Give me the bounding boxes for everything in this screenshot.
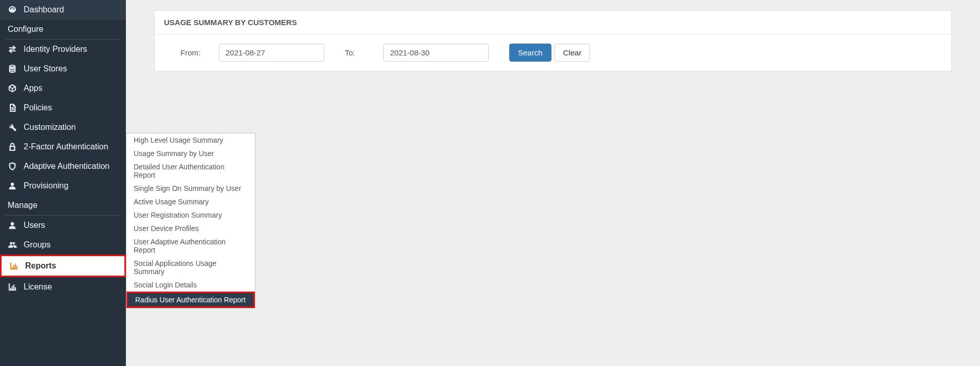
chart-icon	[9, 261, 19, 271]
sidebar-item-adaptive-auth[interactable]: Adaptive Authentication	[0, 157, 126, 176]
sidebar-item-label: Adaptive Authentication	[24, 162, 109, 171]
to-label: To:	[345, 48, 371, 57]
sidebar-item-user-stores[interactable]: User Stores	[0, 59, 126, 79]
sidebar-section-manage: Manage	[0, 196, 126, 215]
sidebar-item-label: Apps	[24, 84, 42, 93]
sidebar-item-dashboard[interactable]: Dashboard	[0, 0, 126, 20]
from-group: From:	[180, 44, 324, 62]
reports-submenu: High Level Usage Summary Usage Summary b…	[126, 133, 255, 309]
submenu-item-user-device-profiles[interactable]: User Device Profiles	[126, 222, 255, 235]
shield-icon	[8, 162, 17, 171]
from-date-input[interactable]	[219, 44, 324, 62]
submenu-item-active-usage[interactable]: Active Usage Summary	[126, 195, 255, 208]
sidebar-item-label: Reports	[25, 261, 56, 271]
sidebar-item-label: Policies	[24, 103, 52, 112]
submenu-item-high-level-usage[interactable]: High Level Usage Summary	[126, 133, 255, 147]
sidebar-item-users[interactable]: Users	[0, 216, 126, 235]
sidebar-item-label: Provisioning	[24, 181, 68, 190]
sidebar-item-label: User Stores	[24, 64, 67, 73]
database-icon	[8, 64, 17, 73]
sidebar-section-configure: Configure	[0, 20, 126, 39]
sidebar-item-reports[interactable]: Reports	[0, 255, 126, 277]
wrench-icon	[8, 123, 17, 132]
button-group: Search Clear	[509, 44, 590, 62]
submenu-item-social-login-details[interactable]: Social Login Details	[126, 278, 255, 292]
lock-icon	[8, 142, 17, 151]
to-date-input[interactable]	[383, 44, 489, 62]
sidebar: Dashboard Configure Identity Providers U…	[0, 0, 126, 366]
sidebar-item-label: License	[24, 282, 52, 292]
sidebar-item-identity-providers[interactable]: Identity Providers	[0, 40, 126, 59]
submenu-item-user-registration[interactable]: User Registration Summary	[126, 208, 255, 222]
swap-icon	[8, 45, 17, 54]
sidebar-item-label: Dashboard	[24, 5, 64, 14]
panel-title: USAGE SUMMARY BY CUSTOMERS	[155, 11, 951, 34]
submenu-item-detailed-user-auth[interactable]: Detailed User Authentication Report	[126, 160, 255, 182]
chart-icon	[8, 282, 17, 292]
sidebar-item-label: Identity Providers	[24, 45, 87, 54]
user-icon	[8, 221, 17, 230]
submenu-item-user-adaptive-auth[interactable]: User Adaptive Authentication Report	[126, 235, 255, 257]
sidebar-item-label: Groups	[24, 240, 50, 249]
sidebar-item-label: Customization	[24, 123, 76, 132]
search-button[interactable]: Search	[509, 44, 551, 62]
to-group: To:	[345, 44, 489, 62]
sidebar-item-customization[interactable]: Customization	[0, 118, 126, 137]
sidebar-item-label: Users	[24, 221, 45, 230]
document-icon	[8, 103, 17, 112]
from-label: From:	[180, 48, 206, 57]
clear-button[interactable]: Clear	[554, 44, 590, 62]
usage-summary-panel: USAGE SUMMARY BY CUSTOMERS From: To: Sea…	[154, 10, 952, 71]
sidebar-item-license[interactable]: License	[0, 277, 126, 297]
sidebar-item-two-factor[interactable]: 2-Factor Authentication	[0, 137, 126, 157]
sidebar-item-provisioning[interactable]: Provisioning	[0, 176, 126, 196]
sidebar-item-policies[interactable]: Policies	[0, 98, 126, 118]
submenu-item-social-apps-usage[interactable]: Social Applications Usage Summary	[126, 257, 255, 278]
cube-icon	[8, 84, 17, 93]
submenu-item-radius-user-auth[interactable]: Radius User Authentication Report	[126, 292, 255, 308]
submenu-item-usage-by-user[interactable]: Usage Summary by User	[126, 147, 255, 160]
sidebar-item-apps[interactable]: Apps	[0, 79, 126, 98]
user-icon	[8, 181, 17, 190]
users-icon	[8, 240, 17, 249]
dashboard-icon	[8, 5, 17, 14]
submenu-item-sso-by-user[interactable]: Single Sign On Summary by User	[126, 182, 255, 195]
sidebar-item-groups[interactable]: Groups	[0, 235, 126, 255]
sidebar-item-label: 2-Factor Authentication	[24, 142, 108, 151]
panel-body: From: To: Search Clear	[155, 34, 951, 71]
